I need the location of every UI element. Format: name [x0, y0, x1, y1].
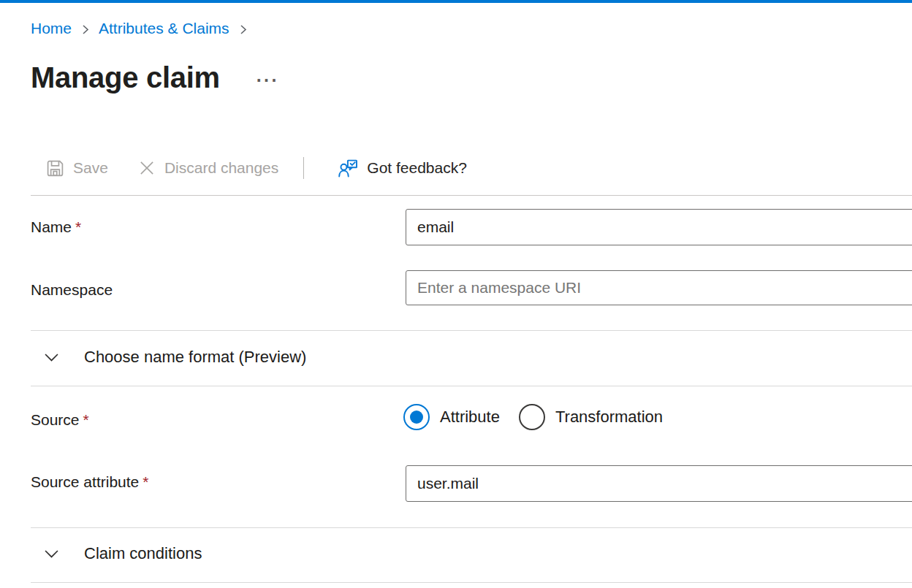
section-claim-conditions[interactable]: Claim conditions: [31, 537, 912, 570]
source-radio-group: Attribute Transformation: [403, 404, 663, 430]
radio-circle: [519, 404, 545, 430]
radio-label: Transformation: [555, 408, 663, 427]
section-label: Claim conditions: [84, 544, 202, 563]
save-label: Save: [73, 159, 108, 177]
namespace-input[interactable]: [406, 270, 912, 305]
chevron-right-icon: [78, 23, 92, 37]
more-menu-button[interactable]: ···: [256, 72, 279, 90]
divider: [31, 330, 912, 331]
page-title: Manage claim: [31, 61, 220, 94]
breadcrumb-attributes-claims[interactable]: Attributes & Claims: [99, 20, 229, 37]
required-asterisk: *: [142, 473, 148, 490]
source-attribute-label: Source attribute*: [31, 473, 148, 491]
breadcrumb-home[interactable]: Home: [31, 20, 72, 37]
required-asterisk: *: [75, 218, 81, 235]
source-attribute-input[interactable]: [406, 465, 912, 502]
divider: [31, 582, 912, 583]
source-attribute-label-text: Source attribute: [31, 473, 139, 490]
divider: [31, 527, 912, 528]
required-asterisk: *: [83, 411, 89, 428]
source-label-text: Source: [31, 411, 80, 428]
feedback-icon: [338, 158, 359, 179]
dismiss-icon: [137, 159, 156, 177]
radio-transformation[interactable]: Transformation: [519, 404, 663, 430]
save-icon: [45, 159, 65, 178]
namespace-label-text: Namespace: [31, 281, 113, 298]
radio-circle: [403, 404, 430, 430]
divider: [31, 386, 912, 386]
name-label: Name*: [31, 218, 81, 236]
source-label: Source*: [31, 411, 89, 429]
feedback-label: Got feedback?: [367, 159, 467, 177]
divider: [31, 195, 912, 196]
page-header: Manage claim ···: [31, 61, 279, 94]
name-input[interactable]: [406, 209, 912, 245]
top-accent-bar: [0, 0, 912, 3]
chevron-down-icon: [42, 348, 61, 367]
chevron-right-icon: [236, 23, 250, 37]
got-feedback-button[interactable]: Got feedback?: [323, 150, 482, 186]
chevron-down-icon: [42, 544, 61, 564]
command-bar: Save Discard changes Got feedback?: [31, 150, 482, 186]
discard-label: Discard changes: [164, 159, 278, 177]
section-choose-name-format[interactable]: Choose name format (Preview): [31, 340, 912, 374]
discard-changes-button[interactable]: Discard changes: [123, 150, 293, 186]
name-label-text: Name: [31, 218, 72, 235]
breadcrumb: Home Attributes & Claims: [31, 20, 250, 37]
namespace-label: Namespace: [31, 281, 113, 299]
section-label: Choose name format (Preview): [84, 348, 306, 367]
save-button[interactable]: Save: [31, 150, 123, 186]
toolbar-divider: [303, 157, 304, 179]
radio-attribute[interactable]: Attribute: [403, 404, 500, 430]
radio-label: Attribute: [440, 408, 500, 427]
